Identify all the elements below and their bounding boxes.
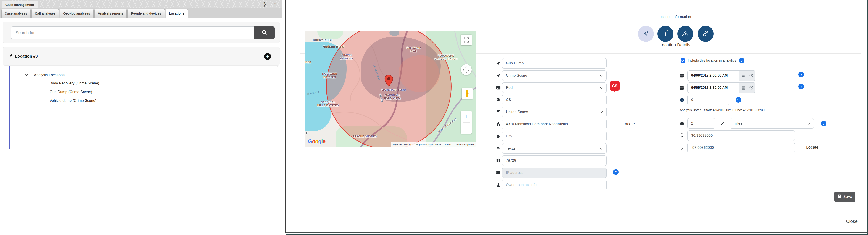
tree-item-gun-dump[interactable]: Gun Dump (Crime Scene): [50, 90, 92, 94]
fullscreen-button[interactable]: [461, 34, 472, 45]
ruler-icon: [718, 121, 727, 126]
pan-control[interactable]: [461, 64, 472, 75]
zoom-out-button[interactable]: −: [464, 123, 468, 134]
tag-row: [494, 95, 607, 105]
close-button[interactable]: Close: [846, 219, 858, 224]
tree-node-analysis-locations[interactable]: Analysis Locations: [25, 73, 64, 77]
terms-link[interactable]: Terms: [443, 142, 453, 147]
add-location-button[interactable]: +: [264, 53, 271, 60]
locate-coordinates-link[interactable]: Locate: [806, 145, 818, 150]
map-label: P: [306, 132, 308, 135]
map-label: Hudson Bend: [323, 45, 344, 49]
image-icon: [494, 85, 502, 90]
road-icon: [494, 122, 502, 127]
state-select[interactable]: Texas: [502, 143, 607, 154]
tag-input[interactable]: [502, 95, 607, 105]
start-datetime-input[interactable]: [687, 70, 739, 81]
locate-address-link[interactable]: Locate: [623, 122, 635, 126]
calendar-picker-icon: [742, 74, 745, 77]
latitude-input[interactable]: [687, 130, 795, 141]
owner-contact-input[interactable]: [502, 180, 607, 190]
location-info-button[interactable]: i1: [657, 26, 673, 42]
modal-bottom-border: [286, 232, 868, 233]
location-warning-button[interactable]: [677, 26, 693, 42]
end-datetime-input[interactable]: [687, 82, 739, 93]
country-value: United States: [506, 110, 528, 114]
zip-input[interactable]: [502, 155, 607, 166]
city-icon: [494, 134, 502, 139]
analytics-row: Include this location in analytics ?: [681, 58, 744, 63]
city-input[interactable]: [502, 131, 607, 141]
tab-call-analyses[interactable]: Call analyses: [31, 9, 59, 18]
duration-help-badge[interactable]: ?: [736, 97, 741, 103]
warning-triangle-icon: [682, 30, 688, 37]
case-management-window-tab[interactable]: Case management: [2, 1, 38, 8]
tree-item-vehicle-dump[interactable]: Vehicle dump (Crime Scene): [50, 99, 96, 103]
calendar-icon: [679, 85, 684, 90]
chevron-down-icon: [600, 148, 603, 150]
search-icon: [261, 30, 267, 36]
location-group-title: Location #3: [15, 54, 38, 59]
address-input[interactable]: [502, 119, 607, 129]
end-date-help-badge[interactable]: ?: [798, 84, 804, 89]
expand-panel-icon[interactable]: ❯: [263, 1, 267, 7]
tree-item-body-recovery[interactable]: Body Recovery (Crime Scene): [50, 81, 99, 85]
save-button[interactable]: Save: [834, 191, 855, 202]
radius-help-badge[interactable]: ?: [821, 121, 827, 126]
location-group-header[interactable]: Location #3 +: [3, 47, 280, 66]
zip-code-icon: [494, 159, 502, 163]
longitude-input[interactable]: [687, 142, 795, 153]
save-label: Save: [843, 194, 852, 199]
tag-icon: [494, 98, 502, 102]
start-time-picker-button[interactable]: [747, 70, 755, 81]
duration-input[interactable]: [687, 95, 729, 105]
circle-icon: [679, 122, 684, 126]
location-name-input[interactable]: [502, 58, 607, 69]
longitude-row: [679, 142, 795, 153]
search-card: [3, 22, 280, 43]
radius-unit-value: miles: [734, 121, 742, 126]
country-select[interactable]: United States: [502, 107, 607, 117]
search-input[interactable]: [11, 26, 254, 39]
collapse-panel-icon[interactable]: «: [274, 1, 276, 7]
chevron-down-icon: [600, 87, 603, 89]
ip-help-badge[interactable]: ?: [613, 169, 619, 175]
modal-right-border: [867, 0, 868, 235]
clock-picker-icon: [749, 86, 753, 89]
start-date-help-badge[interactable]: ?: [798, 72, 804, 77]
navigation-arrow-icon: [643, 30, 649, 37]
tab-analysis-reports[interactable]: Analysis reports: [94, 9, 127, 18]
tab-people-and-devices[interactable]: People and devices: [127, 9, 164, 18]
tab-geo-loc-analyses[interactable]: Geo-loc analyses: [60, 9, 93, 18]
tab-case-analyses[interactable]: Case analyses: [1, 9, 31, 18]
report-map-error-link[interactable]: Report a map error: [453, 142, 476, 147]
tab-locations[interactable]: Locations: [165, 9, 188, 18]
navigate-location-button[interactable]: [638, 26, 654, 42]
zoom-in-button[interactable]: +: [464, 111, 468, 122]
marker-color-select[interactable]: Red: [502, 82, 607, 93]
radius-input[interactable]: [687, 118, 715, 129]
chevron-down-icon: [807, 123, 810, 125]
navigation-arrow-icon: [494, 73, 502, 78]
location-link-button[interactable]: [698, 26, 714, 42]
radius-unit-select[interactable]: miles: [730, 118, 814, 129]
ip-address-input: [502, 167, 607, 178]
owner-row: [494, 180, 607, 190]
location-type-select[interactable]: Crime Scene: [502, 70, 607, 81]
info-icon: i1: [664, 31, 666, 37]
map-canvas[interactable]: ROCKY RIDGE Hudson Bend RES Bob Wentz Pa…: [305, 31, 476, 147]
end-date-row: [679, 82, 755, 93]
navigation-arrow-icon: [494, 61, 502, 66]
end-time-picker-button[interactable]: [747, 82, 755, 93]
keyboard-shortcuts-link[interactable]: Keyboard shortcuts: [391, 142, 414, 147]
location-name-row: [494, 58, 607, 69]
search-button[interactable]: [254, 26, 275, 39]
link-icon: [703, 30, 709, 37]
end-date-picker-button[interactable]: [739, 82, 747, 93]
map-data-attribution: Map data ©2025 Google: [414, 142, 443, 147]
include-analytics-checkbox[interactable]: [681, 58, 685, 63]
pegman-control[interactable]: [462, 88, 472, 99]
clock-picker-icon: [749, 74, 753, 77]
analytics-help-badge[interactable]: ?: [739, 58, 744, 63]
start-date-picker-button[interactable]: [739, 70, 747, 81]
